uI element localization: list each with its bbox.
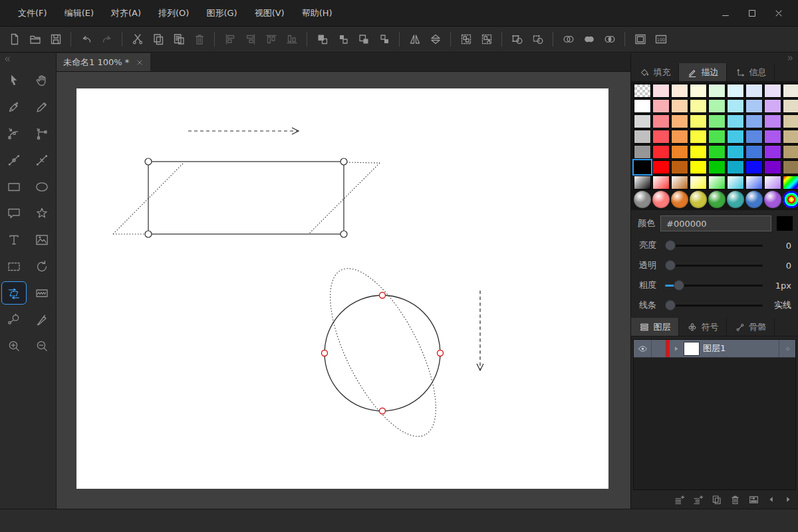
convert-layer-button[interactable] bbox=[748, 494, 759, 505]
align-top-button[interactable] bbox=[261, 30, 281, 49]
paste-button[interactable] bbox=[168, 30, 189, 49]
tab-layers[interactable]: 图层 bbox=[631, 318, 679, 336]
zoom-in-tool[interactable] bbox=[2, 335, 26, 357]
gradient-ball-swatch[interactable] bbox=[727, 191, 744, 208]
color-swatch[interactable] bbox=[783, 114, 798, 128]
menu-item-3[interactable]: 对齐(A) bbox=[102, 7, 150, 19]
color-swatch[interactable] bbox=[764, 145, 781, 159]
color-swatch[interactable] bbox=[745, 114, 763, 128]
color-input[interactable]: #000000 bbox=[660, 215, 771, 231]
red-control-handle[interactable] bbox=[438, 350, 444, 356]
color-swatch[interactable] bbox=[708, 99, 726, 113]
group-button[interactable] bbox=[456, 30, 476, 49]
menu-item-1[interactable]: 文件(F) bbox=[9, 7, 56, 19]
boolean-exclude-button[interactable] bbox=[558, 30, 579, 49]
color-swatch[interactable] bbox=[652, 114, 670, 128]
color-swatch[interactable] bbox=[671, 84, 688, 98]
color-swatch[interactable] bbox=[727, 130, 744, 144]
color-swatch[interactable] bbox=[671, 114, 688, 128]
color-swatch[interactable] bbox=[634, 114, 651, 128]
tab-symbols[interactable]: 符号 bbox=[679, 318, 727, 336]
gradient-swatch[interactable] bbox=[634, 176, 651, 190]
corner-node-tool[interactable] bbox=[30, 122, 54, 144]
color-swatch[interactable] bbox=[783, 160, 798, 174]
redo-button[interactable] bbox=[96, 30, 117, 49]
layer-visibility-toggle[interactable] bbox=[634, 340, 652, 357]
slider-knob[interactable] bbox=[665, 260, 676, 271]
color-swatch[interactable] bbox=[690, 114, 707, 128]
color-swatch[interactable] bbox=[745, 160, 763, 174]
rotate-tool[interactable] bbox=[30, 255, 54, 277]
color-swatch[interactable] bbox=[745, 84, 763, 98]
menu-item-7[interactable]: 帮助(H) bbox=[293, 7, 341, 19]
circle-shape[interactable] bbox=[322, 293, 444, 414]
gradient-ball-swatch[interactable] bbox=[671, 191, 688, 208]
color-swatch[interactable] bbox=[652, 84, 670, 98]
layer-name[interactable]: 图层1 bbox=[703, 342, 779, 354]
ungroup-button[interactable] bbox=[476, 30, 497, 49]
order-backward-button[interactable] bbox=[353, 30, 374, 49]
horizontal-dashed-arrow[interactable] bbox=[188, 128, 299, 134]
align-left-button[interactable] bbox=[219, 30, 240, 49]
menu-item-4[interactable]: 排列(O) bbox=[150, 7, 198, 19]
cut-button[interactable] bbox=[127, 30, 148, 49]
control-handle[interactable] bbox=[145, 158, 152, 165]
add-sublayer-button[interactable] bbox=[692, 494, 704, 505]
zoom-100-button[interactable]: 100 bbox=[650, 30, 671, 49]
color-swatch[interactable] bbox=[690, 145, 707, 159]
color-swatch[interactable] bbox=[745, 99, 763, 113]
gradient-ball-swatch[interactable] bbox=[745, 191, 763, 208]
color-swatch[interactable] bbox=[690, 84, 707, 98]
color-swatch[interactable] bbox=[634, 99, 651, 113]
menu-item-2[interactable]: 编辑(E) bbox=[56, 7, 102, 19]
workspace[interactable] bbox=[57, 72, 630, 509]
undo-button[interactable] bbox=[76, 30, 96, 49]
gradient-swatch[interactable] bbox=[690, 176, 707, 190]
color-swatch[interactable] bbox=[764, 99, 781, 113]
tab-fill[interactable]: 填充 bbox=[631, 63, 679, 81]
save-button[interactable] bbox=[45, 30, 66, 49]
hand-tool[interactable] bbox=[30, 69, 54, 91]
pencil-tool[interactable] bbox=[30, 96, 54, 118]
red-control-handle[interactable] bbox=[380, 293, 386, 299]
slider-knob[interactable] bbox=[665, 300, 676, 311]
order-front-button[interactable] bbox=[312, 30, 332, 49]
selected-color-swatch[interactable] bbox=[634, 160, 651, 174]
flip-horizontal-button[interactable] bbox=[404, 30, 425, 49]
color-swatch[interactable] bbox=[783, 145, 798, 159]
slider-knob[interactable] bbox=[665, 240, 676, 251]
align-right-button[interactable] bbox=[240, 30, 261, 49]
color-swatch[interactable] bbox=[727, 160, 744, 174]
layer-lock-slot[interactable] bbox=[779, 340, 795, 357]
tab-stroke[interactable]: 描边 bbox=[679, 63, 727, 81]
color-swatch[interactable] bbox=[727, 99, 744, 113]
color-swatch[interactable] bbox=[708, 130, 726, 144]
gradient-swatch[interactable] bbox=[764, 176, 781, 190]
control-handle[interactable] bbox=[145, 231, 152, 237]
gradient-swatch[interactable] bbox=[708, 176, 726, 190]
color-swatch[interactable] bbox=[652, 160, 670, 174]
gradient-swatch[interactable] bbox=[783, 176, 798, 190]
select-tool[interactable] bbox=[2, 69, 26, 91]
gradient-ball-swatch[interactable] bbox=[690, 191, 707, 208]
gradient-swatch[interactable] bbox=[671, 176, 688, 190]
color-swatch[interactable] bbox=[783, 84, 798, 98]
gradient-ball-swatch[interactable] bbox=[783, 191, 798, 208]
layer-blank-cell[interactable] bbox=[652, 340, 666, 357]
color-swatch[interactable] bbox=[745, 145, 763, 159]
order-back-button[interactable] bbox=[374, 30, 394, 49]
color-swatch[interactable] bbox=[783, 99, 798, 113]
duplicate-layer-button[interactable] bbox=[711, 494, 722, 505]
slider-knob[interactable] bbox=[674, 280, 684, 291]
color-swatch[interactable] bbox=[708, 84, 726, 98]
slider-track[interactable] bbox=[665, 240, 763, 251]
canvas-frame-button[interactable] bbox=[630, 30, 650, 49]
rectangle-shape[interactable] bbox=[145, 158, 347, 237]
color-swatch[interactable] bbox=[727, 114, 744, 128]
maximize-button[interactable] bbox=[743, 5, 761, 22]
delete-layer-button[interactable] bbox=[730, 494, 741, 505]
shape-to-path-button[interactable] bbox=[507, 30, 527, 49]
color-swatch[interactable] bbox=[708, 160, 726, 174]
document-tab[interactable]: 未命名1 100% * bbox=[57, 53, 150, 71]
wave-tool[interactable] bbox=[30, 282, 54, 304]
